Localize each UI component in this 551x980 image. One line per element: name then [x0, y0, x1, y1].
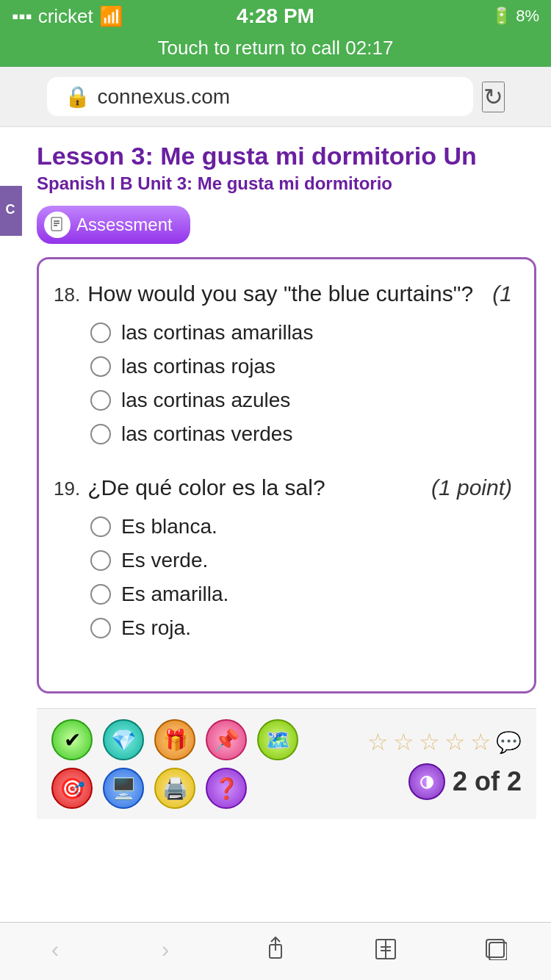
option-19-4[interactable]: Es roja. [90, 616, 512, 640]
question-18-text: How would you say "the blue curtains"? [87, 281, 480, 306]
browser-bar: 🔒 connexus.com ↻ [0, 67, 551, 127]
radio-18-4[interactable] [90, 424, 111, 444]
share-icon [264, 936, 287, 962]
monitor-icon[interactable]: 🖥️ [103, 768, 144, 809]
battery-icon: 🔋 [491, 7, 511, 26]
page-indicator: ◑ 2 of 2 [408, 763, 522, 800]
question-19-points: (1 point) [431, 475, 512, 500]
assessment-button[interactable]: Assessment [37, 206, 190, 244]
toolbar-row-1: ✔ 💎 🎁 📌 🗺️ [51, 719, 298, 760]
radio-19-4[interactable] [90, 618, 111, 638]
page-text: 2 of 2 [453, 766, 522, 797]
status-right: 🔋 8% [491, 7, 539, 26]
document-icon [49, 217, 65, 233]
question-19-text: ¿De qué color es la sal? [87, 475, 419, 500]
star-1: ☆ [367, 728, 389, 756]
option-19-1[interactable]: Es blanca. [90, 515, 512, 538]
radio-18-3[interactable] [90, 390, 111, 411]
call-banner-text: Touch to return to call 02:17 [158, 37, 394, 59]
signal-icon: ▪▪▪ [12, 5, 32, 28]
radio-19-1[interactable] [90, 516, 111, 537]
option-19-2-label: Es verde. [121, 549, 208, 572]
option-18-3[interactable]: las cortinas azules [90, 389, 512, 412]
question-19-number: 19. [54, 478, 80, 500]
back-button[interactable]: ‹ [33, 933, 77, 965]
side-tab[interactable]: COURSE ◀ TREE [0, 186, 22, 236]
toolbar-row-2: 🎯 🖥️ 🖨️ ❓ [51, 768, 298, 809]
chat-icon[interactable]: 💬 [496, 730, 522, 754]
gem-icon[interactable]: 💎 [103, 719, 144, 760]
question-18-number: 18. [54, 284, 80, 306]
tabs-button[interactable] [474, 933, 518, 965]
option-18-1-label: las cortinas amarillas [121, 321, 313, 345]
radio-19-2[interactable] [90, 550, 111, 571]
question-19-block: 19. ¿De qué color es la sal? (1 point) E… [54, 475, 512, 640]
grid-icon[interactable]: 🗺️ [257, 719, 298, 760]
url-text: connexus.com [98, 85, 231, 109]
bottom-toolbar: ✔ 💎 🎁 📌 🗺️ 🎯 🖥️ 🖨️ [37, 708, 536, 819]
quiz-container: 18. How would you say "the blue curtains… [37, 257, 536, 693]
star-5: ☆ [470, 728, 491, 756]
url-bar[interactable]: 🔒 connexus.com [47, 77, 473, 116]
tabs-icon [485, 938, 507, 960]
radio-18-1[interactable] [90, 323, 111, 343]
option-19-4-label: Es roja. [121, 616, 191, 640]
status-left: ▪▪▪ cricket 📶 [12, 5, 123, 28]
option-18-3-label: las cortinas azules [121, 389, 290, 412]
lesson-title: Lesson 3: Me gusta mi dormitorio Un [37, 142, 536, 170]
question-18-points: (1 [492, 281, 512, 306]
option-18-1[interactable]: las cortinas amarillas [90, 321, 512, 345]
question-18-options: las cortinas amarillas las cortinas roja… [54, 321, 512, 446]
question-18-block: 18. How would you say "the blue curtains… [54, 281, 512, 446]
share-button[interactable] [253, 933, 298, 965]
gift-icon[interactable]: 🎁 [154, 719, 195, 760]
radio-19-3[interactable] [90, 584, 111, 605]
carrier-name: cricket [38, 5, 93, 28]
stars-row: ☆ ☆ ☆ ☆ ☆ 💬 [367, 728, 522, 756]
wifi-icon: 📶 [99, 5, 123, 28]
lesson-subtitle: Spanish I B Unit 3: Me gusta mi dormitor… [37, 173, 536, 194]
radio-18-2[interactable] [90, 356, 111, 377]
target-icon[interactable]: 🎯 [51, 768, 93, 809]
question-19-options: Es blanca. Es verde. Es amarilla. Es roj… [54, 515, 512, 640]
printer-icon[interactable]: 🖨️ [154, 768, 195, 809]
option-18-2-label: las cortinas rojas [121, 355, 276, 378]
refresh-button[interactable]: ↻ [482, 82, 505, 112]
star-3: ☆ [419, 728, 440, 756]
call-banner[interactable]: Touch to return to call 02:17 [0, 32, 551, 67]
option-19-3[interactable]: Es amarilla. [90, 583, 512, 606]
question-icon[interactable]: ❓ [206, 768, 247, 809]
question-18-header: 18. How would you say "the blue curtains… [54, 281, 512, 306]
star-4: ☆ [444, 728, 466, 756]
bookmark-icon [373, 937, 398, 962]
assessment-icon [44, 212, 71, 238]
option-19-3-label: Es amarilla. [121, 583, 228, 606]
option-19-1-label: Es blanca. [121, 515, 217, 538]
side-tab-course: COURSE [0, 202, 18, 220]
forward-button[interactable]: › [143, 933, 187, 965]
option-19-2[interactable]: Es verde. [90, 549, 512, 572]
page-content: COURSE ◀ TREE Lesson 3: Me gusta mi dorm… [0, 127, 551, 826]
lock-icon: 🔒 [65, 84, 90, 109]
question-19-header: 19. ¿De qué color es la sal? (1 point) [54, 475, 512, 500]
battery-level: 8% [516, 7, 539, 26]
main-content: Lesson 3: Me gusta mi dormitorio Un Span… [22, 127, 551, 826]
toolbar-icons: ✔ 💎 🎁 📌 🗺️ 🎯 🖥️ 🖨️ [51, 719, 298, 809]
status-time: 4:28 PM [237, 4, 314, 28]
page-icon: ◑ [408, 763, 445, 800]
option-18-4[interactable]: las cortinas verdes [90, 422, 512, 446]
option-18-4-label: las cortinas verdes [121, 422, 292, 446]
star-2: ☆ [393, 728, 414, 756]
assessment-label: Assessment [76, 215, 173, 235]
pin-icon[interactable]: 📌 [206, 719, 247, 760]
status-bar: ▪▪▪ cricket 📶 4:28 PM 🔋 8% [0, 0, 551, 32]
option-18-2[interactable]: las cortinas rojas [90, 355, 512, 378]
bookmark-button[interactable] [364, 933, 408, 965]
toolbar-right: ☆ ☆ ☆ ☆ ☆ 💬 ◑ 2 of 2 [367, 728, 522, 800]
browser-nav: ‹ › [0, 922, 551, 980]
svg-rect-0 [51, 217, 62, 231]
checkmark-icon[interactable]: ✔ [51, 719, 93, 760]
